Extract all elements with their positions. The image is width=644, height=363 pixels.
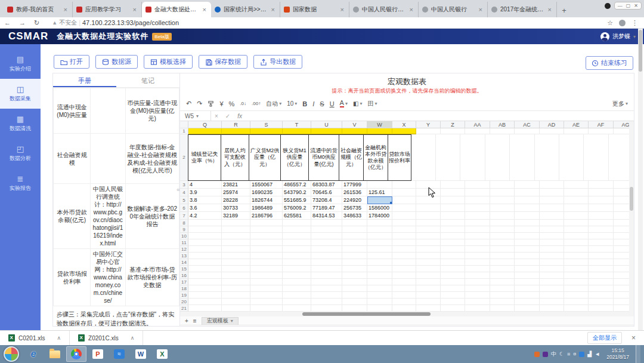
- sheet-cell[interactable]: [589, 233, 614, 239]
- sheet-cell[interactable]: [222, 233, 250, 239]
- tab-close-icon[interactable]: ×: [63, 6, 69, 13]
- sheet-cell[interactable]: [540, 189, 564, 196]
- sheet-cell[interactable]: [416, 128, 441, 134]
- sheet-tab[interactable]: 宏观模板 ▾: [202, 317, 239, 325]
- sheet-cell[interactable]: [416, 246, 441, 253]
- underline-icon[interactable]: U: [330, 100, 335, 107]
- sheet-cell[interactable]: [392, 279, 416, 285]
- strikethrough-icon[interactable]: S: [320, 100, 324, 107]
- sheet-cell[interactable]: 狭义货M1供应量（亿元）: [280, 134, 309, 181]
- row-header-11[interactable]: 11: [180, 239, 188, 246]
- sheet-cell[interactable]: [311, 253, 342, 259]
- sheet-cell[interactable]: [465, 189, 490, 196]
- sheet-cell[interactable]: [367, 181, 392, 189]
- sheet-cell[interactable]: [515, 226, 540, 233]
- sheet-cell[interactable]: [342, 279, 367, 285]
- sheet-cell[interactable]: [367, 272, 392, 279]
- sheet-cell[interactable]: [342, 292, 367, 299]
- row-header-5[interactable]: 5: [180, 196, 188, 204]
- column-header-R[interactable]: R: [222, 121, 250, 128]
- sheet-cell[interactable]: [392, 299, 416, 305]
- sheet-cell[interactable]: 1826744: [250, 196, 283, 204]
- sheet-cell[interactable]: 625581: [283, 212, 311, 220]
- browser-tab[interactable]: 中国人民银行×: [419, 2, 488, 17]
- sheet-cell[interactable]: [540, 128, 564, 134]
- sheet-cell[interactable]: [250, 220, 283, 226]
- sheet-cell[interactable]: [589, 189, 614, 196]
- sheet-cell[interactable]: [342, 226, 367, 233]
- sheet-cell[interactable]: [490, 259, 515, 266]
- column-header-AC[interactable]: AC: [515, 121, 540, 128]
- profile-icon[interactable]: [619, 20, 626, 26]
- sheet-cell[interactable]: [188, 292, 222, 299]
- sheet-cell[interactable]: [465, 226, 490, 233]
- sheet-cell[interactable]: [250, 226, 283, 233]
- row-header-6[interactable]: 6: [180, 204, 188, 212]
- sheet-cell[interactable]: [441, 246, 465, 253]
- sheet-cell[interactable]: [250, 299, 283, 305]
- user-menu[interactable]: 洪梦蝶 ▾: [600, 32, 636, 41]
- sheet-cell[interactable]: [540, 285, 564, 292]
- url-text[interactable]: 47.100.223.13:93/page/collection: [82, 19, 179, 26]
- sheet-cell[interactable]: [515, 196, 540, 204]
- sheet-cell[interactable]: 居民人均可支配收入（元）: [221, 134, 249, 181]
- sheet-cell[interactable]: [188, 299, 222, 305]
- tray-icon[interactable]: ☾: [559, 351, 564, 357]
- currency-icon[interactable]: ¥: [219, 100, 223, 107]
- reload-icon[interactable]: ↻: [30, 19, 44, 27]
- sheet-cell[interactable]: [392, 189, 416, 196]
- sheet-cell[interactable]: [589, 246, 614, 253]
- toolbar-button-1[interactable]: 数据源: [95, 55, 138, 69]
- sheet-cell[interactable]: 551685.9: [283, 196, 311, 204]
- sheet-cell[interactable]: [283, 272, 311, 279]
- download-item[interactable]: Z0201C.xls∧: [70, 331, 143, 345]
- row-header-12[interactable]: 12: [180, 246, 188, 253]
- bold-icon[interactable]: B: [302, 100, 307, 107]
- sheet-cell[interactable]: [311, 299, 342, 305]
- sheet-cell[interactable]: [540, 305, 564, 312]
- toolbar-button-3[interactable]: 保存数据: [199, 55, 247, 69]
- sheet-cell[interactable]: [222, 259, 250, 266]
- sheet-cell[interactable]: 543790.2: [283, 189, 311, 196]
- start-button[interactable]: [4, 346, 19, 362]
- security-indicator[interactable]: ▲ 不安全 | 47.100.223.13:93/page/collection: [44, 19, 184, 27]
- sheet-cell[interactable]: [490, 285, 515, 292]
- sheet-cell[interactable]: [515, 246, 540, 253]
- sheet-cell[interactable]: [589, 305, 614, 312]
- sheet-cell[interactable]: [283, 226, 311, 233]
- sheet-cell[interactable]: [188, 253, 222, 259]
- sheet-cell[interactable]: 224920: [342, 196, 367, 204]
- sheet-cell[interactable]: 348633: [342, 212, 367, 220]
- tab-close-icon[interactable]: ×: [478, 6, 484, 13]
- browser-tab[interactable]: 国家统计局>>统计出版物×: [211, 2, 280, 17]
- sheet-cell[interactable]: 261536: [342, 189, 367, 196]
- sheet-cell[interactable]: [540, 196, 564, 204]
- column-header-AB[interactable]: AB: [490, 121, 515, 128]
- sheet-cell[interactable]: [441, 299, 465, 305]
- sheet-cell[interactable]: [564, 204, 589, 212]
- new-tab-button[interactable]: +: [557, 3, 571, 17]
- sheet-cell[interactable]: [283, 285, 311, 292]
- sheet-cell[interactable]: 贷款市场报价利率: [388, 134, 411, 181]
- sheet-cell[interactable]: [250, 128, 283, 134]
- sheet-cell[interactable]: [188, 128, 222, 134]
- row-header-4[interactable]: 4: [180, 189, 188, 196]
- sheet-cell[interactable]: [342, 305, 367, 312]
- sheet-cell[interactable]: [515, 285, 540, 292]
- sheet-cell[interactable]: [311, 285, 342, 292]
- sheet-cell[interactable]: [564, 220, 589, 226]
- sheet-cell[interactable]: [515, 272, 540, 279]
- sheet-cell[interactable]: [416, 204, 441, 212]
- sheet-cell[interactable]: 广义货M2供应量（亿元）: [249, 134, 281, 181]
- sheet-cell[interactable]: [465, 196, 490, 204]
- taskbar-docs-icon[interactable]: ≈: [109, 346, 129, 362]
- back-icon[interactable]: ←: [0, 19, 15, 26]
- sheet-cell[interactable]: [392, 266, 416, 272]
- chevron-up-icon[interactable]: ∧: [57, 335, 61, 341]
- sheet-cell[interactable]: [342, 259, 367, 266]
- download-item[interactable]: C0201.xls∧: [0, 331, 70, 345]
- sheet-cell[interactable]: [188, 266, 222, 272]
- sheet-cell[interactable]: [540, 181, 564, 189]
- row-header-17[interactable]: 17: [180, 279, 188, 285]
- row-header-9[interactable]: 9: [180, 226, 188, 233]
